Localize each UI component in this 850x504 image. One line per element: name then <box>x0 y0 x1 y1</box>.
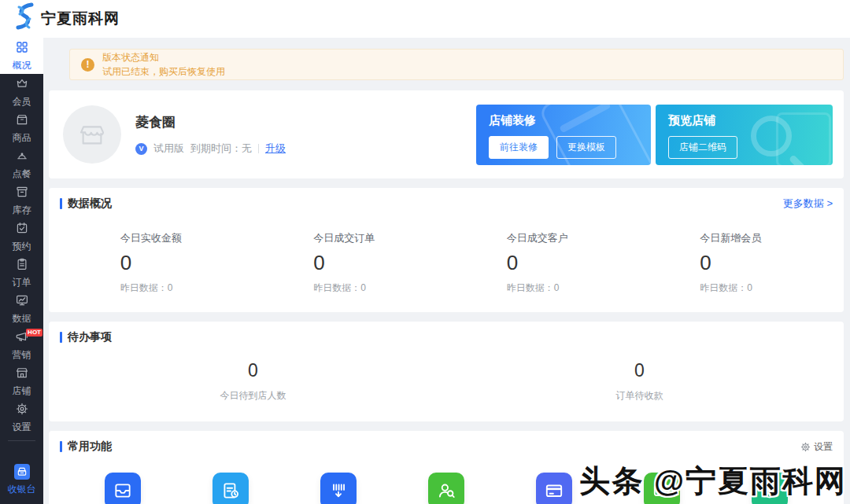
metric-today-orders: 今日成交订单 0 昨日数据：0 <box>253 231 447 295</box>
open-card-icon <box>536 473 572 504</box>
shop-name: 菱食圈 <box>135 113 286 131</box>
section-title: 数据概况 <box>60 197 112 211</box>
more-data-link[interactable]: 更多数据 > <box>783 197 833 211</box>
change-template-button[interactable]: 更换模板 <box>556 136 616 159</box>
invoice-icon <box>105 473 141 504</box>
sidebar-item-members[interactable]: 会员 <box>0 74 43 110</box>
section-title: 常用功能 <box>60 440 112 454</box>
sidebar-item-label: 店铺 <box>13 384 31 398</box>
gear-icon <box>15 402 29 418</box>
sidebar-item-label: 收银台 <box>8 483 36 496</box>
add-booking-icon <box>213 473 249 504</box>
todo-pending-payment: 0 订单待收款 <box>446 360 833 403</box>
metric-new-members: 今日新增会员 0 昨日数据：0 <box>640 231 833 295</box>
sidebar-item-dining[interactable]: 点餐 <box>0 146 43 182</box>
promo-title: 预览店铺 <box>668 113 820 128</box>
sidebar: 概况 会员 商品 点餐 库存 预约 订单 数据 HOT 营销 店铺 设置 <box>0 38 43 504</box>
promo-card-decorate: 店铺装修 前往装修 更换模板 <box>476 105 651 165</box>
brand-logo-icon <box>11 2 38 35</box>
sidebar-item-label: 会员 <box>13 95 31 109</box>
booking-check-icon <box>15 221 29 237</box>
promo-card-preview: 预览店铺 店铺二维码 <box>656 105 833 165</box>
gear-icon <box>800 442 811 452</box>
brand: 宁夏雨科网 <box>11 2 120 35</box>
grid-icon <box>15 40 29 57</box>
sidebar-item-label: 商品 <box>13 131 31 145</box>
brand-title: 宁夏雨科网 <box>41 9 120 29</box>
main-content: ! 版本状态通知 试用已结束，购买后恢复使用 菱食圈 V 试用版 到期时间：无 … <box>43 38 850 504</box>
sidebar-item-data[interactable]: 数据 <box>0 291 43 327</box>
order-clipboard-icon <box>15 257 29 274</box>
shop-qrcode-button[interactable]: 店铺二维码 <box>668 136 737 159</box>
sidebar-item-goods[interactable]: 商品 <box>0 110 43 146</box>
dining-cloche-icon <box>15 149 29 165</box>
upgrade-link[interactable]: 升级 <box>265 142 286 156</box>
todo-card: 待办事项 0 今日待到店人数 0 订单待收款 <box>49 322 844 421</box>
notice-desc: 试用已结束，购买后恢复使用 <box>102 65 225 79</box>
quick-add-booking[interactable]: 新增预约 <box>177 473 285 504</box>
search-member-icon <box>428 473 464 504</box>
sidebar-item-booking[interactable]: 预约 <box>0 219 43 255</box>
shop-version: 试用版 <box>153 142 184 156</box>
cash-register-icon <box>14 464 30 480</box>
sidebar-item-label: 预约 <box>13 240 31 253</box>
metric-today-customers: 今日成交客户 0 昨日数据：0 <box>446 231 640 295</box>
sidebar-item-inventory[interactable]: 库存 <box>0 182 43 219</box>
warning-icon: ! <box>81 58 94 72</box>
quick-search-member[interactable]: 查询会员 <box>393 473 501 504</box>
toutiao-watermark: 头条 @宁夏雨科网 <box>579 460 847 502</box>
data-overview-card: 数据概况 更多数据 > 今日实收金额 0 昨日数据：0 今日成交订单 0 昨日数… <box>49 188 844 312</box>
promo-title: 店铺装修 <box>489 113 638 128</box>
meta-divider <box>258 144 259 153</box>
sidebar-item-label: 数据 <box>13 312 31 326</box>
quick-verify-code[interactable]: 快速验码 <box>285 473 393 504</box>
shop-card: 菱食圈 V 试用版 到期时间：无 升级 店铺装修 前往装修 更换模板 <box>49 90 844 178</box>
sidebar-item-orders[interactable]: 订单 <box>0 255 43 291</box>
crown-icon <box>15 76 29 93</box>
notice-title: 版本状态通知 <box>102 51 225 64</box>
sidebar-item-label: 订单 <box>13 276 31 289</box>
sidebar-item-overview[interactable]: 概况 <box>0 38 43 74</box>
shop-expire: 到期时间：无 <box>190 142 252 156</box>
quick-open-bill[interactable]: 开单 <box>69 473 177 504</box>
app-header: 宁夏雨科网 <box>0 0 850 38</box>
todo-arrivals: 0 今日待到店人数 <box>60 360 446 403</box>
sidebar-divider <box>8 440 35 441</box>
version-badge-icon: V <box>135 143 147 155</box>
shop-avatar <box>63 105 121 164</box>
data-chart-icon <box>15 293 29 310</box>
scan-barcode-icon <box>320 473 357 504</box>
sidebar-item-label: 概况 <box>13 59 31 72</box>
sidebar-item-label: 营销 <box>13 348 31 362</box>
metric-today-income: 今日实收金额 0 昨日数据：0 <box>60 231 253 295</box>
sidebar-item-cashier[interactable]: 收银台 <box>0 455 43 504</box>
version-notice-bar: ! 版本状态通知 试用已结束，购买后恢复使用 <box>69 49 844 80</box>
sidebar-item-label: 库存 <box>13 204 31 217</box>
sidebar-item-settings[interactable]: 设置 <box>0 399 43 436</box>
section-title: 待办事项 <box>60 330 112 344</box>
goods-box-icon <box>15 112 29 129</box>
inventory-icon <box>15 185 29 201</box>
sidebar-item-label: 点餐 <box>13 167 31 181</box>
hot-badge: HOT <box>26 329 42 337</box>
storefront-icon <box>15 366 29 382</box>
go-decorate-button[interactable]: 前往装修 <box>489 136 549 159</box>
sidebar-item-label: 设置 <box>13 421 31 434</box>
quick-settings-button[interactable]: 设置 <box>800 440 833 454</box>
sidebar-item-shop[interactable]: 店铺 <box>0 363 43 399</box>
sidebar-item-marketing[interactable]: HOT 营销 <box>0 327 43 363</box>
